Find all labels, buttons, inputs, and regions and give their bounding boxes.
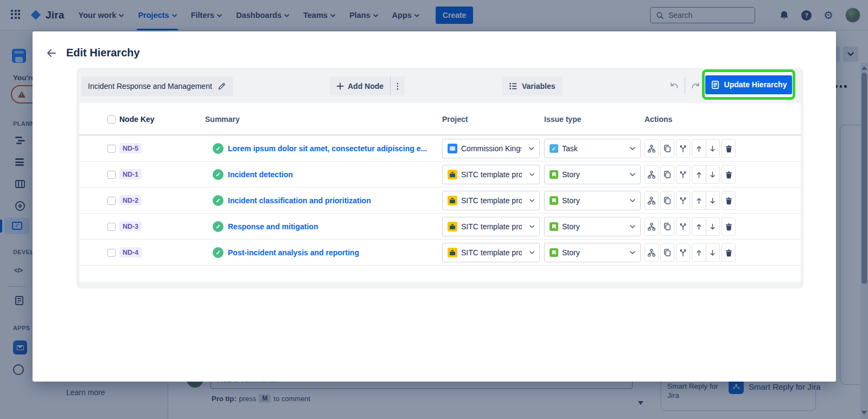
move-down-button[interactable]: [706, 218, 720, 235]
redo-button[interactable]: [690, 78, 702, 94]
move-down-button[interactable]: [706, 166, 720, 183]
node-key-chip[interactable]: ND-1: [119, 169, 142, 179]
project-select-value: SITC template proje: [461, 248, 522, 257]
delete-node-button[interactable]: [722, 165, 736, 184]
variables-button[interactable]: Variables: [502, 76, 563, 95]
chevron-down-icon: [630, 225, 635, 228]
delete-node-button[interactable]: [722, 139, 736, 158]
column-header-node-key: Node Key: [119, 115, 155, 124]
branch-node-button[interactable]: [676, 139, 690, 158]
summary-link[interactable]: Lorem ipsum dolor sit amet, consectetur …: [228, 144, 427, 153]
issue-type-icon: [550, 222, 558, 231]
project-select[interactable]: SITC template proje: [442, 243, 540, 262]
node-more-options-button[interactable]: ⋮: [391, 81, 405, 91]
add-node-label: Add Node: [348, 82, 384, 91]
row-actions: [644, 139, 736, 158]
back-button[interactable]: [44, 47, 58, 60]
issue-type-icon: [550, 196, 558, 205]
duplicate-node-button[interactable]: [660, 243, 674, 262]
row-checkbox[interactable]: [107, 249, 116, 257]
row-actions: [644, 191, 736, 210]
issue-type-select-value: Story: [562, 248, 580, 257]
duplicate-node-button[interactable]: [660, 139, 674, 158]
hierarchy-table: Node Key Summary Project Issue type Acti…: [79, 103, 801, 282]
hierarchy-name-chip[interactable]: Incident Response and Management: [81, 76, 233, 96]
summary-link[interactable]: Incident detection: [228, 170, 293, 179]
move-down-button[interactable]: [706, 140, 720, 157]
delete-node-button[interactable]: [722, 191, 736, 210]
duplicate-node-button[interactable]: [660, 217, 674, 236]
column-header-issue-type: Issue type: [544, 115, 581, 124]
status-check-icon: ✓: [213, 169, 224, 180]
branch-node-button[interactable]: [676, 217, 690, 236]
undo-button[interactable]: [668, 78, 680, 94]
edit-pencil-icon[interactable]: [218, 82, 226, 91]
table-row: ND-3 ✓ Response and mitigation SITC temp…: [79, 214, 801, 240]
table-row: ND-2 ✓ Incident classification and prior…: [79, 188, 801, 214]
update-hierarchy-button[interactable]: Update Hierarchy: [705, 75, 792, 94]
summary-link[interactable]: Post-incident analysis and reporting: [228, 248, 359, 257]
chevron-down-icon: [630, 199, 635, 202]
move-down-button[interactable]: [706, 244, 720, 261]
status-check-icon: ✓: [213, 221, 224, 232]
add-child-node-button[interactable]: [644, 243, 659, 262]
delete-node-button[interactable]: [722, 217, 736, 236]
issue-type-select[interactable]: Story: [544, 217, 641, 236]
issue-type-select[interactable]: Story: [544, 243, 641, 262]
status-check-icon: ✓: [213, 143, 224, 154]
row-actions: [644, 165, 736, 184]
project-select-value: SITC template proje: [461, 196, 522, 205]
duplicate-node-button[interactable]: [660, 165, 674, 184]
row-checkbox[interactable]: [107, 223, 116, 231]
move-up-button[interactable]: [692, 166, 706, 183]
status-check-icon: ✓: [213, 195, 224, 206]
add-child-node-button[interactable]: [644, 217, 659, 236]
project-select-value: Commission Kings: [461, 144, 521, 153]
project-select[interactable]: SITC template proje: [442, 217, 540, 236]
move-up-button[interactable]: [692, 244, 706, 261]
branch-node-button[interactable]: [676, 191, 690, 210]
hierarchy-name-text: Incident Response and Management: [88, 82, 212, 91]
column-header-summary: Summary: [205, 115, 240, 124]
add-child-node-button[interactable]: [644, 139, 659, 158]
row-checkbox[interactable]: [107, 145, 116, 153]
move-node-group: [692, 217, 720, 236]
add-child-node-button[interactable]: [644, 165, 659, 184]
status-check-icon: ✓: [213, 247, 224, 258]
add-node-button[interactable]: Add Node: [330, 82, 390, 91]
row-checkbox[interactable]: [107, 197, 116, 205]
issue-type-select[interactable]: Story: [544, 191, 641, 210]
add-child-node-button[interactable]: [644, 191, 659, 210]
issue-type-icon: [550, 144, 558, 153]
node-key-chip[interactable]: ND-4: [119, 247, 142, 257]
project-select[interactable]: SITC template proje: [442, 165, 540, 184]
node-key-chip[interactable]: ND-3: [119, 221, 142, 231]
chevron-down-icon: [529, 173, 534, 176]
move-node-group: [692, 139, 720, 158]
branch-node-button[interactable]: [676, 243, 690, 262]
node-key-chip[interactable]: ND-2: [119, 195, 142, 205]
move-up-button[interactable]: [692, 140, 706, 157]
undo-redo-group: [668, 78, 702, 95]
project-select[interactable]: Commission Kings: [442, 139, 540, 158]
move-up-button[interactable]: [692, 192, 706, 209]
variables-label: Variables: [522, 82, 556, 91]
delete-node-button[interactable]: [722, 243, 736, 262]
select-all-checkbox[interactable]: [107, 115, 116, 124]
project-select-value: SITC template proje: [461, 222, 522, 231]
row-actions: [644, 243, 736, 262]
issue-type-select[interactable]: Story: [544, 165, 641, 184]
move-down-button[interactable]: [706, 192, 720, 209]
annotation-highlight-box: Update Hierarchy: [702, 69, 795, 100]
row-checkbox[interactable]: [107, 171, 116, 179]
move-up-button[interactable]: [692, 218, 706, 235]
summary-link[interactable]: Response and mitigation: [228, 222, 318, 231]
project-select[interactable]: SITC template proje: [442, 191, 540, 210]
branch-node-button[interactable]: [676, 165, 690, 184]
chevron-down-icon: [630, 173, 635, 176]
duplicate-node-button[interactable]: [660, 191, 674, 210]
summary-link[interactable]: Incident classification and prioritizati…: [228, 196, 371, 205]
node-key-chip[interactable]: ND-5: [119, 143, 142, 153]
project-icon: [448, 248, 457, 257]
issue-type-select[interactable]: Task: [544, 139, 641, 158]
